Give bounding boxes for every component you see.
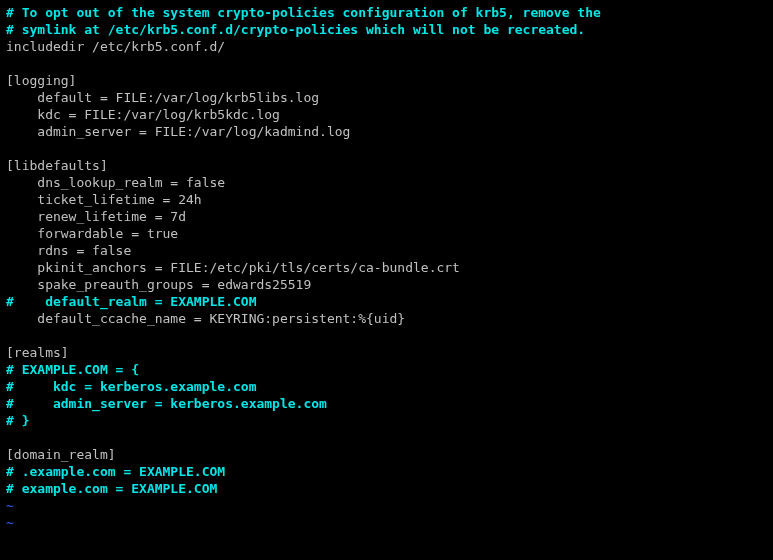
config-line: # default_realm = EXAMPLE.COM — [6, 294, 256, 309]
config-line: # EXAMPLE.COM = { — [6, 362, 139, 377]
config-line: dns_lookup_realm = false — [6, 175, 225, 190]
config-line: [domain_realm] — [6, 447, 116, 462]
config-line: default_ccache_name = KEYRING:persistent… — [6, 311, 405, 326]
config-line: pkinit_anchors = FILE:/etc/pki/tls/certs… — [6, 260, 460, 275]
config-line: ticket_lifetime = 24h — [6, 192, 202, 207]
config-line: # example.com = EXAMPLE.COM — [6, 481, 217, 496]
config-line: # symlink at /etc/krb5.conf.d/crypto-pol… — [6, 22, 585, 37]
config-line: [realms] — [6, 345, 69, 360]
config-line: includedir /etc/krb5.conf.d/ — [6, 39, 225, 54]
config-line: spake_preauth_groups = edwards25519 — [6, 277, 311, 292]
editor-end-marker: ~ — [6, 498, 14, 513]
config-line: kdc = FILE:/var/log/krb5kdc.log — [6, 107, 280, 122]
config-line: rdns = false — [6, 243, 131, 258]
config-line: forwardable = true — [6, 226, 178, 241]
config-line: default = FILE:/var/log/krb5libs.log — [6, 90, 319, 105]
config-line: # admin_server = kerberos.example.com — [6, 396, 327, 411]
config-line: # .example.com = EXAMPLE.COM — [6, 464, 225, 479]
config-line: [libdefaults] — [6, 158, 108, 173]
config-line: # kdc = kerberos.example.com — [6, 379, 256, 394]
editor-end-marker: ~ — [6, 515, 14, 530]
config-line: admin_server = FILE:/var/log/kadmind.log — [6, 124, 350, 139]
terminal-editor[interactable]: # To opt out of the system crypto-polici… — [0, 0, 773, 535]
config-line: # To opt out of the system crypto-polici… — [6, 5, 601, 20]
config-line: # } — [6, 413, 29, 428]
config-line: renew_lifetime = 7d — [6, 209, 186, 224]
config-line: [logging] — [6, 73, 76, 88]
